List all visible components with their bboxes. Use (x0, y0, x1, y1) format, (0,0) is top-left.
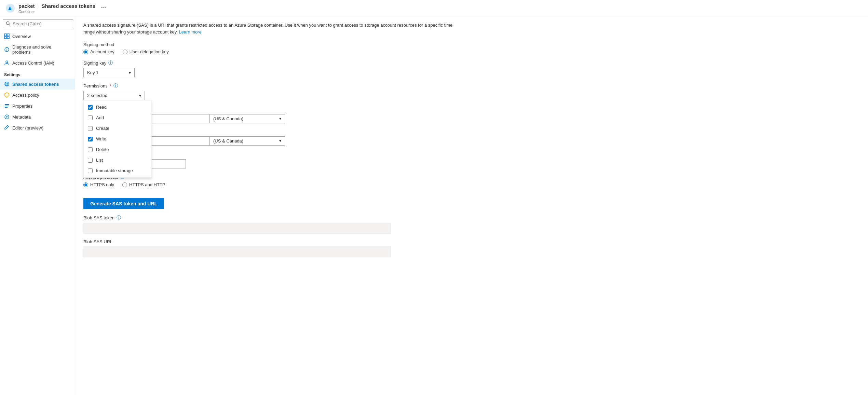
title-group: packet | Shared access tokens … Containe… (18, 2, 107, 14)
permission-write-item[interactable]: Write (84, 134, 151, 144)
start-datetime-label: Start date and time ⓘ (83, 106, 860, 112)
permission-add-checkbox[interactable] (88, 115, 93, 120)
sidebar-nav: Overview Diagnose and solve problems Acc… (0, 29, 75, 135)
protocol-radio-group: HTTPS only HTTPS and HTTP (83, 182, 860, 187)
page-description: A shared access signature (SAS) is a URI… (83, 22, 459, 35)
start-time-input-container[interactable]: 12:23:25 PM (145, 114, 210, 123)
svg-rect-17 (5, 106, 9, 106)
permission-read-checkbox[interactable] (88, 105, 93, 110)
permission-immutable-item[interactable]: Immutable storage (84, 165, 151, 176)
blob-sas-token-info-icon[interactable]: ⓘ (117, 215, 121, 221)
main-layout: « Overview Diagnose and solve problems A… (0, 16, 868, 395)
permissions-info-icon[interactable]: ⓘ (113, 83, 118, 89)
signing-key-dropdown[interactable]: Key 1 ▾ (83, 68, 135, 77)
permissions-label: Permissions * ⓘ (83, 83, 860, 89)
permission-add-label: Add (96, 115, 104, 120)
sidebar-item-properties-label: Properties (12, 104, 32, 109)
sidebar: « Overview Diagnose and solve problems A… (0, 16, 75, 395)
user-delegation-key-option[interactable]: User delegation key (123, 49, 169, 54)
search-input[interactable] (13, 21, 70, 26)
azure-logo (5, 3, 15, 13)
sidebar-item-access-policy[interactable]: Access policy (0, 90, 75, 100)
blob-sas-token-section: Blob SAS token ⓘ (83, 215, 860, 234)
sidebar-item-metadata-label: Metadata (12, 114, 31, 120)
signing-key-info-icon[interactable]: ⓘ (108, 60, 113, 66)
permission-create-label: Create (96, 126, 109, 131)
permissions-dropdown-menu: Read Add Create Write (83, 100, 152, 178)
sidebar-item-diagnose[interactable]: Diagnose and solve problems (0, 42, 75, 57)
properties-icon (4, 103, 10, 109)
start-timezone-dropdown[interactable]: (US & Canada) ▾ (210, 114, 285, 123)
svg-rect-12 (6, 84, 8, 85)
account-key-radio[interactable] (83, 50, 88, 54)
expiry-timezone-dropdown[interactable]: (US & Canada) ▾ (210, 136, 285, 146)
signing-key-section: Signing key ⓘ Key 1 ▾ (83, 60, 860, 77)
start-timezone-value: (US & Canada) (213, 116, 243, 121)
top-bar: packet | Shared access tokens … Containe… (0, 0, 868, 16)
permission-add-item[interactable]: Add (84, 112, 151, 123)
blob-sas-url-section: Blob SAS URL (83, 239, 860, 257)
search-box[interactable] (3, 19, 73, 28)
sidebar-item-properties[interactable]: Properties (0, 100, 75, 111)
signing-method-label: Signing method (83, 42, 860, 47)
page-title: packet | Shared access tokens … (18, 2, 107, 10)
account-key-option[interactable]: Account key (83, 49, 114, 54)
https-http-label: HTTPS and HTTP (129, 182, 165, 187)
permission-write-checkbox[interactable] (88, 137, 93, 141)
permissions-section: Permissions * ⓘ 2 selected ▾ Read Add (83, 83, 860, 100)
svg-line-22 (8, 125, 9, 126)
start-datetime-row: 📅 12:23:25 PM (US & Canada) ▾ (83, 114, 860, 123)
https-http-radio[interactable] (122, 182, 127, 187)
permission-list-label: List (96, 158, 103, 163)
start-time-input[interactable]: 12:23:25 PM (149, 116, 206, 121)
diagnose-icon (4, 47, 10, 52)
permission-create-checkbox[interactable] (88, 126, 93, 131)
separator: | (38, 3, 39, 9)
svg-rect-16 (5, 104, 9, 105)
allowed-ip-section: Allowed IP addresses ⓘ (83, 151, 860, 168)
sas-icon (4, 81, 10, 87)
sidebar-item-iam-label: Access Control (IAM) (12, 60, 54, 66)
sidebar-item-overview-label: Overview (12, 34, 31, 39)
permission-delete-item[interactable]: Delete (84, 144, 151, 155)
permission-create-item[interactable]: Create (84, 123, 151, 134)
svg-point-1 (6, 22, 9, 25)
sidebar-item-editor[interactable]: Editor (preview) (0, 122, 75, 133)
permission-read-item[interactable]: Read (84, 102, 151, 112)
more-options-icon[interactable]: … (101, 2, 107, 10)
permission-list-item[interactable]: List (84, 155, 151, 165)
permission-list-checkbox[interactable] (88, 158, 93, 163)
signing-key-label: Signing key ⓘ (83, 60, 860, 66)
sidebar-item-shared-access-tokens[interactable]: Shared access tokens (0, 79, 75, 90)
permissions-dropdown[interactable]: 2 selected ▾ (83, 91, 145, 100)
https-http-option[interactable]: HTTPS and HTTP (122, 182, 165, 187)
svg-point-15 (6, 96, 7, 96)
sidebar-item-diagnose-label: Diagnose and solve problems (12, 44, 71, 55)
start-datetime-section: Start date and time ⓘ 📅 12:23:25 PM (US … (83, 106, 860, 123)
sidebar-item-metadata[interactable]: Metadata (0, 111, 75, 122)
svg-point-9 (6, 50, 7, 51)
permissions-selected-value: 2 selected (87, 93, 107, 98)
https-only-label: HTTPS only (90, 182, 114, 187)
svg-point-10 (6, 61, 8, 63)
editor-icon (4, 125, 10, 131)
sidebar-item-editor-label: Editor (preview) (12, 125, 43, 131)
svg-rect-5 (4, 37, 6, 39)
metadata-icon (4, 114, 10, 120)
svg-rect-18 (5, 107, 8, 108)
learn-more-link[interactable]: Learn more (179, 29, 201, 35)
permission-delete-checkbox[interactable] (88, 147, 93, 152)
user-delegation-key-radio[interactable] (123, 50, 127, 54)
sidebar-item-overview[interactable]: Overview (0, 31, 75, 42)
blob-sas-url-label: Blob SAS URL (83, 239, 860, 244)
sidebar-item-iam[interactable]: Access Control (IAM) (0, 57, 75, 68)
svg-rect-4 (7, 34, 9, 36)
svg-line-2 (9, 24, 10, 25)
https-only-radio[interactable] (83, 182, 88, 187)
generate-sas-button[interactable]: Generate SAS token and URL (83, 198, 164, 209)
expiry-time-input-container[interactable]: 8:23:25 PM (145, 136, 210, 146)
https-only-option[interactable]: HTTPS only (83, 182, 114, 187)
allowed-ip-label: Allowed IP addresses ⓘ (83, 151, 860, 157)
permission-immutable-checkbox[interactable] (88, 168, 93, 173)
expiry-time-input[interactable]: 8:23:25 PM (149, 138, 206, 144)
